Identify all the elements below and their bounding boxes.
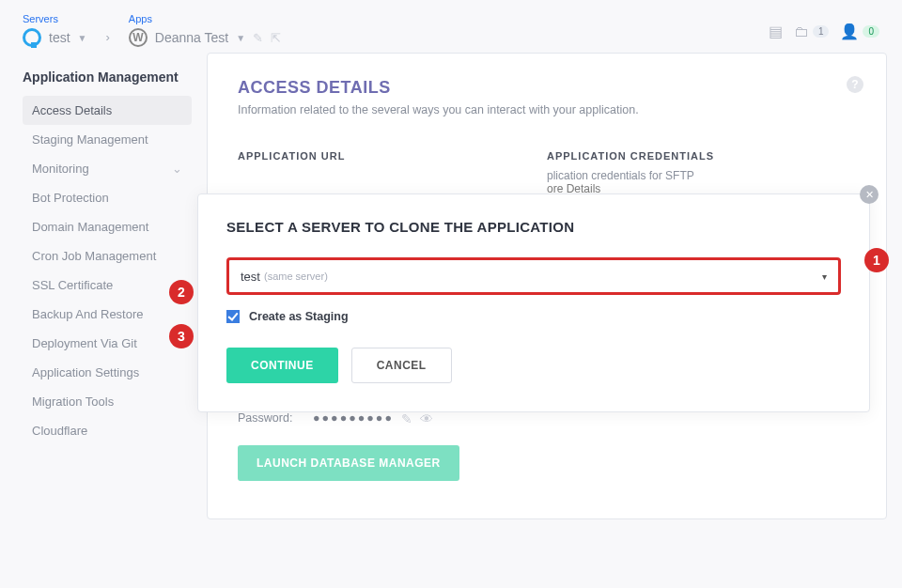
breadcrumb: Servers test ▼ › Apps W Deanna Test ▼ ✎ …	[23, 13, 281, 47]
sidebar-item-access-details[interactable]: Access Details	[23, 96, 192, 125]
page-subtitle: Information related to the several ways …	[238, 103, 856, 116]
sidebar-item-label: Cloudflare	[32, 424, 87, 438]
chevron-right-icon: ›	[105, 30, 109, 44]
crumb-servers[interactable]: Servers test ▼	[23, 13, 86, 47]
sidebar: Application Management Access DetailsSta…	[23, 53, 192, 519]
sidebar-item-cloudflare[interactable]: Cloudflare	[23, 416, 192, 445]
sidebar-item-label: Migration Tools	[32, 395, 114, 409]
create-as-staging-label: Create as Staging	[249, 310, 349, 323]
cancel-button[interactable]: CANCEL	[351, 348, 452, 383]
password-label: Password:	[238, 411, 313, 426]
crumb-apps[interactable]: Apps W Deanna Test ▼ ✎ ⇱	[129, 13, 281, 47]
close-icon[interactable]: ✕	[860, 185, 879, 204]
projects-icon[interactable]: 🗀1	[794, 23, 830, 40]
sidebar-item-label: SSL Certificate	[32, 278, 113, 292]
sidebar-item-label: Bot Protection	[32, 191, 109, 205]
sidebar-item-monitoring[interactable]: Monitoring⌄	[23, 154, 192, 183]
sidebar-item-label: Access Details	[32, 103, 112, 117]
clone-application-modal: ✕ SELECT A SERVER TO CLONE THE APPLICATI…	[197, 193, 870, 412]
sidebar-item-staging-management[interactable]: Staging Management	[23, 125, 192, 154]
sidebar-item-migration-tools[interactable]: Migration Tools	[23, 387, 192, 416]
server-view-icon[interactable]: ▤	[769, 23, 783, 40]
credentials-text-fragment: plication credentials for SFTP	[547, 169, 694, 182]
top-bar: Servers test ▼ › Apps W Deanna Test ▼ ✎ …	[0, 0, 902, 53]
annotation-marker-3: 3	[169, 324, 194, 348]
crumb-servers-label: Servers	[23, 13, 86, 24]
caret-down-icon[interactable]: ▼	[236, 33, 245, 43]
annotation-marker-2: 2	[169, 280, 194, 304]
external-link-icon[interactable]: ⇱	[271, 31, 281, 45]
sidebar-item-label: Domain Management	[32, 220, 148, 234]
create-as-staging-checkbox[interactable]	[226, 310, 240, 323]
sidebar-item-deployment-via-git[interactable]: Deployment Via Git	[23, 329, 192, 358]
user-badge: 0	[863, 25, 879, 38]
server-select-dropdown[interactable]: test (same server) ▾	[226, 257, 841, 295]
chevron-down-icon: ⌄	[172, 162, 182, 176]
sidebar-item-label: Deployment Via Git	[32, 336, 137, 350]
server-select-hint: (same server)	[264, 271, 328, 282]
modal-title: SELECT A SERVER TO CLONE THE APPLICATION	[226, 219, 841, 235]
create-as-staging-row[interactable]: Create as Staging	[226, 310, 841, 323]
sidebar-item-domain-management[interactable]: Domain Management	[23, 212, 192, 241]
wordpress-icon: W	[129, 28, 148, 47]
crumb-server-name: test	[49, 30, 70, 45]
crumb-app-name: Deanna Test	[155, 30, 228, 45]
continue-button[interactable]: CONTINUE	[226, 348, 338, 383]
sidebar-item-label: Monitoring	[32, 162, 89, 176]
sidebar-item-cron-job-management[interactable]: Cron Job Management	[23, 241, 192, 271]
pencil-icon[interactable]: ✎	[401, 411, 412, 426]
eye-icon[interactable]: 👁	[420, 411, 433, 426]
sidebar-item-label: Staging Management	[32, 132, 148, 147]
page-title: ACCESS DETAILS	[238, 78, 856, 98]
digitalocean-icon	[23, 28, 41, 47]
app-credentials-heading: APPLICATION CREDENTIALS	[547, 150, 856, 162]
pencil-icon[interactable]: ✎	[253, 31, 263, 45]
caret-down-icon: ▾	[822, 271, 827, 282]
crumb-apps-label: Apps	[129, 13, 281, 24]
annotation-marker-1: 1	[864, 248, 889, 272]
launch-database-manager-button[interactable]: LAUNCH DATABASE MANAGER	[238, 445, 459, 481]
server-select-value: test	[241, 270, 260, 284]
user-icon[interactable]: 👤0	[840, 23, 879, 40]
caret-down-icon[interactable]: ▼	[78, 33, 87, 43]
help-icon[interactable]: ?	[847, 76, 863, 93]
sidebar-item-label: Cron Job Management	[32, 249, 156, 263]
sidebar-item-application-settings[interactable]: Application Settings	[23, 358, 192, 387]
projects-badge: 1	[813, 25, 830, 38]
top-right-icons: ▤ 🗀1 👤0	[769, 13, 879, 40]
password-mask: ●●●●●●●●●	[313, 411, 394, 426]
app-url-heading: APPLICATION URL	[238, 150, 547, 162]
sidebar-title: Application Management	[23, 70, 192, 85]
sidebar-item-bot-protection[interactable]: Bot Protection	[23, 183, 192, 212]
sidebar-item-label: Backup And Restore	[32, 307, 144, 321]
sidebar-item-ssl-certificate[interactable]: SSL Certificate	[23, 271, 192, 300]
sidebar-item-backup-and-restore[interactable]: Backup And Restore	[23, 300, 192, 329]
sidebar-item-label: Application Settings	[32, 365, 139, 379]
